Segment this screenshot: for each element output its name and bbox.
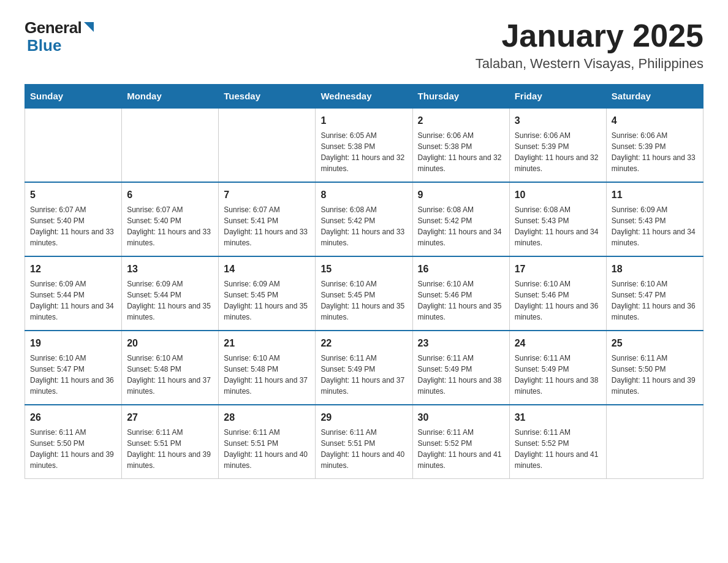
calendar-cell: 20Sunrise: 6:10 AM Sunset: 5:48 PM Dayli… [122, 331, 219, 405]
day-number: 21 [224, 336, 310, 351]
calendar-cell: 27Sunrise: 6:11 AM Sunset: 5:51 PM Dayli… [122, 405, 219, 479]
day-number: 17 [515, 262, 601, 277]
calendar-cell: 3Sunrise: 6:06 AM Sunset: 5:39 PM Daylig… [509, 108, 606, 182]
calendar-cell [25, 108, 122, 182]
logo-general-text: General [25, 18, 82, 37]
page-subtitle: Talaban, Western Visayas, Philippines [476, 56, 703, 72]
calendar-week-row: 19Sunrise: 6:10 AM Sunset: 5:47 PM Dayli… [25, 331, 703, 405]
calendar-cell: 7Sunrise: 6:07 AM Sunset: 5:41 PM Daylig… [219, 182, 316, 256]
day-info: Sunrise: 6:07 AM Sunset: 5:41 PM Dayligh… [224, 204, 310, 248]
day-number: 19 [30, 336, 116, 351]
day-number: 27 [127, 410, 213, 425]
day-number: 12 [30, 262, 116, 277]
day-info: Sunrise: 6:11 AM Sunset: 5:49 PM Dayligh… [515, 353, 601, 397]
calendar-cell: 31Sunrise: 6:11 AM Sunset: 5:52 PM Dayli… [509, 405, 606, 479]
calendar-cell: 22Sunrise: 6:11 AM Sunset: 5:49 PM Dayli… [316, 331, 412, 405]
page-header: General Blue January 2025 Talaban, Weste… [25, 18, 703, 72]
calendar-cell: 8Sunrise: 6:08 AM Sunset: 5:42 PM Daylig… [316, 182, 412, 256]
day-number: 10 [515, 188, 601, 202]
calendar-header-row: SundayMondayTuesdayWednesdayThursdayFrid… [25, 85, 703, 109]
day-number: 20 [127, 336, 213, 351]
day-number: 14 [224, 262, 310, 277]
calendar-day-header: Thursday [412, 85, 509, 109]
calendar-cell: 5Sunrise: 6:07 AM Sunset: 5:40 PM Daylig… [25, 182, 122, 256]
day-info: Sunrise: 6:10 AM Sunset: 5:47 PM Dayligh… [30, 353, 116, 397]
day-info: Sunrise: 6:10 AM Sunset: 5:45 PM Dayligh… [320, 278, 407, 323]
day-number: 31 [515, 410, 601, 425]
day-number: 24 [515, 336, 601, 351]
logo: General Blue [25, 18, 96, 55]
day-info: Sunrise: 6:11 AM Sunset: 5:52 PM Dayligh… [418, 427, 504, 471]
day-number: 25 [612, 336, 698, 351]
calendar-cell [606, 405, 703, 479]
calendar-cell: 9Sunrise: 6:08 AM Sunset: 5:42 PM Daylig… [412, 182, 509, 256]
day-number: 6 [127, 188, 213, 202]
day-info: Sunrise: 6:08 AM Sunset: 5:43 PM Dayligh… [515, 204, 601, 248]
calendar-day-header: Saturday [606, 85, 703, 109]
day-number: 23 [418, 336, 504, 351]
calendar-cell: 6Sunrise: 6:07 AM Sunset: 5:40 PM Daylig… [122, 182, 219, 256]
day-info: Sunrise: 6:09 AM Sunset: 5:43 PM Dayligh… [612, 204, 698, 248]
calendar-day-header: Monday [122, 85, 219, 109]
calendar-cell: 12Sunrise: 6:09 AM Sunset: 5:44 PM Dayli… [25, 256, 122, 331]
day-info: Sunrise: 6:11 AM Sunset: 5:51 PM Dayligh… [127, 427, 213, 471]
calendar-cell: 13Sunrise: 6:09 AM Sunset: 5:44 PM Dayli… [122, 256, 219, 331]
calendar-week-row: 5Sunrise: 6:07 AM Sunset: 5:40 PM Daylig… [25, 182, 703, 256]
day-info: Sunrise: 6:11 AM Sunset: 5:51 PM Dayligh… [320, 427, 407, 471]
day-info: Sunrise: 6:06 AM Sunset: 5:38 PM Dayligh… [418, 130, 504, 174]
day-number: 30 [418, 410, 504, 425]
day-info: Sunrise: 6:11 AM Sunset: 5:49 PM Dayligh… [320, 353, 407, 397]
calendar-cell: 17Sunrise: 6:10 AM Sunset: 5:46 PM Dayli… [509, 256, 606, 331]
calendar-cell: 10Sunrise: 6:08 AM Sunset: 5:43 PM Dayli… [509, 182, 606, 256]
day-number: 22 [320, 336, 407, 351]
day-info: Sunrise: 6:11 AM Sunset: 5:50 PM Dayligh… [612, 353, 698, 397]
calendar-cell: 26Sunrise: 6:11 AM Sunset: 5:50 PM Dayli… [25, 405, 122, 479]
calendar-cell: 14Sunrise: 6:09 AM Sunset: 5:45 PM Dayli… [219, 256, 316, 331]
calendar-cell [122, 108, 219, 182]
day-info: Sunrise: 6:06 AM Sunset: 5:39 PM Dayligh… [515, 130, 601, 174]
day-number: 18 [612, 262, 698, 277]
day-info: Sunrise: 6:10 AM Sunset: 5:46 PM Dayligh… [515, 278, 601, 323]
day-number: 9 [418, 188, 504, 202]
calendar-cell: 11Sunrise: 6:09 AM Sunset: 5:43 PM Dayli… [606, 182, 703, 256]
day-number: 8 [320, 188, 407, 202]
day-info: Sunrise: 6:09 AM Sunset: 5:44 PM Dayligh… [30, 278, 116, 323]
calendar-cell: 24Sunrise: 6:11 AM Sunset: 5:49 PM Dayli… [509, 331, 606, 405]
calendar-week-row: 1Sunrise: 6:05 AM Sunset: 5:38 PM Daylig… [25, 108, 703, 182]
title-block: January 2025 Talaban, Western Visayas, P… [476, 18, 703, 72]
day-number: 13 [127, 262, 213, 277]
calendar-cell: 1Sunrise: 6:05 AM Sunset: 5:38 PM Daylig… [316, 108, 412, 182]
day-info: Sunrise: 6:08 AM Sunset: 5:42 PM Dayligh… [320, 204, 407, 248]
day-number: 29 [320, 410, 407, 425]
calendar-day-header: Sunday [25, 85, 122, 109]
day-info: Sunrise: 6:06 AM Sunset: 5:39 PM Dayligh… [612, 130, 698, 174]
day-info: Sunrise: 6:10 AM Sunset: 5:48 PM Dayligh… [127, 353, 213, 397]
calendar-cell [219, 108, 316, 182]
calendar-cell: 18Sunrise: 6:10 AM Sunset: 5:47 PM Dayli… [606, 256, 703, 331]
calendar-cell: 29Sunrise: 6:11 AM Sunset: 5:51 PM Dayli… [316, 405, 412, 479]
day-number: 5 [30, 188, 116, 202]
day-info: Sunrise: 6:11 AM Sunset: 5:51 PM Dayligh… [224, 427, 310, 471]
calendar-cell: 16Sunrise: 6:10 AM Sunset: 5:46 PM Dayli… [412, 256, 509, 331]
day-number: 4 [612, 113, 698, 128]
calendar-day-header: Friday [509, 85, 606, 109]
calendar-day-header: Tuesday [219, 85, 316, 109]
day-info: Sunrise: 6:07 AM Sunset: 5:40 PM Dayligh… [30, 204, 116, 248]
calendar-cell: 19Sunrise: 6:10 AM Sunset: 5:47 PM Dayli… [25, 331, 122, 405]
calendar-cell: 21Sunrise: 6:10 AM Sunset: 5:48 PM Dayli… [219, 331, 316, 405]
day-info: Sunrise: 6:10 AM Sunset: 5:47 PM Dayligh… [612, 278, 698, 323]
calendar-day-header: Wednesday [316, 85, 412, 109]
day-number: 15 [320, 262, 407, 277]
calendar-table: SundayMondayTuesdayWednesdayThursdayFrid… [25, 84, 703, 479]
day-info: Sunrise: 6:05 AM Sunset: 5:38 PM Dayligh… [320, 130, 407, 174]
calendar-week-row: 12Sunrise: 6:09 AM Sunset: 5:44 PM Dayli… [25, 256, 703, 331]
day-number: 11 [612, 188, 698, 202]
day-number: 28 [224, 410, 310, 425]
page-title: January 2025 [476, 18, 703, 53]
day-number: 3 [515, 113, 601, 128]
calendar-cell: 15Sunrise: 6:10 AM Sunset: 5:45 PM Dayli… [316, 256, 412, 331]
day-info: Sunrise: 6:11 AM Sunset: 5:52 PM Dayligh… [515, 427, 601, 471]
logo-triangle-icon [82, 21, 96, 34]
calendar-week-row: 26Sunrise: 6:11 AM Sunset: 5:50 PM Dayli… [25, 405, 703, 479]
calendar-cell: 25Sunrise: 6:11 AM Sunset: 5:50 PM Dayli… [606, 331, 703, 405]
